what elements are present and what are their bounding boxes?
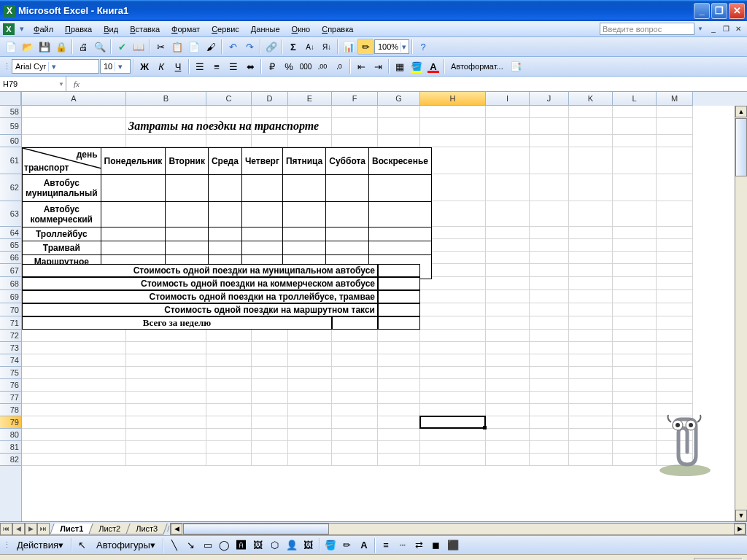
shadow-tool[interactable]: ◼ bbox=[428, 537, 444, 553]
cell[interactable] bbox=[569, 174, 613, 201]
cell[interactable] bbox=[378, 106, 420, 118]
data-cell[interactable] bbox=[282, 241, 325, 255]
paste-button[interactable]: 📄 bbox=[186, 39, 202, 55]
cell[interactable] bbox=[613, 227, 657, 239]
cell[interactable] bbox=[569, 106, 613, 118]
line-color-tool[interactable]: ✏ bbox=[339, 537, 355, 553]
cell[interactable] bbox=[420, 454, 486, 466]
currency-button[interactable]: ₽ bbox=[264, 58, 280, 74]
cell[interactable] bbox=[486, 316, 530, 330]
cell[interactable] bbox=[657, 135, 693, 147]
vertical-scrollbar[interactable]: ▲ ▼ bbox=[735, 106, 747, 521]
cell[interactable] bbox=[420, 392, 486, 404]
cell[interactable] bbox=[657, 118, 693, 135]
cell[interactable] bbox=[613, 252, 657, 264]
cell[interactable] bbox=[486, 147, 530, 174]
wordart-tool[interactable]: 🖼 bbox=[250, 537, 266, 553]
cell[interactable] bbox=[613, 454, 657, 466]
cell[interactable] bbox=[126, 404, 206, 416]
cell[interactable] bbox=[22, 342, 126, 354]
cell[interactable] bbox=[378, 441, 420, 454]
cell[interactable] bbox=[530, 239, 569, 252]
data-cell[interactable] bbox=[166, 228, 209, 241]
cell[interactable] bbox=[22, 416, 126, 429]
cell[interactable] bbox=[486, 174, 530, 201]
cost-value-cell[interactable] bbox=[378, 277, 420, 290]
cell[interactable] bbox=[252, 342, 288, 354]
transport-header[interactable]: Автобус муниципальный bbox=[23, 175, 101, 202]
cell[interactable] bbox=[613, 316, 657, 330]
cell[interactable] bbox=[530, 454, 569, 466]
row-header-78[interactable]: 78 bbox=[0, 404, 21, 416]
cell[interactable] bbox=[657, 303, 693, 316]
cost-label[interactable]: Стоимость одной поездки на муниципальном… bbox=[22, 264, 378, 277]
col-header-D[interactable]: D bbox=[252, 92, 288, 106]
col-header-I[interactable]: I bbox=[486, 92, 530, 106]
cell[interactable] bbox=[420, 441, 486, 454]
cell[interactable] bbox=[332, 106, 378, 118]
col-header-G[interactable]: G bbox=[378, 92, 420, 106]
row-header-64[interactable]: 64 bbox=[0, 227, 21, 239]
col-header-F[interactable]: F bbox=[332, 92, 378, 106]
borders-button[interactable]: ▦ bbox=[392, 58, 408, 74]
cell[interactable] bbox=[530, 147, 569, 174]
cell[interactable] bbox=[569, 277, 613, 290]
cell[interactable] bbox=[126, 392, 206, 404]
cell[interactable] bbox=[569, 429, 613, 441]
cell[interactable] bbox=[420, 342, 486, 354]
line-style-tool[interactable]: ≡ bbox=[378, 537, 394, 553]
col-header-H[interactable]: H bbox=[420, 92, 486, 106]
cell[interactable] bbox=[420, 106, 486, 118]
cell[interactable] bbox=[569, 342, 613, 354]
cell[interactable] bbox=[657, 354, 693, 367]
menu-Справка[interactable]: Справка bbox=[316, 23, 359, 35]
sort-desc-button[interactable]: Я↓ bbox=[319, 39, 335, 55]
row-header-80[interactable]: 80 bbox=[0, 429, 21, 441]
cell[interactable] bbox=[530, 441, 569, 454]
cell[interactable] bbox=[126, 416, 206, 429]
cell[interactable] bbox=[613, 441, 657, 454]
rect-tool[interactable]: ▭ bbox=[200, 537, 216, 553]
data-cell[interactable] bbox=[282, 228, 325, 241]
cell[interactable] bbox=[420, 316, 486, 330]
cell[interactable] bbox=[530, 392, 569, 404]
cell[interactable] bbox=[252, 379, 288, 392]
cell[interactable] bbox=[378, 454, 420, 466]
cell[interactable] bbox=[420, 416, 486, 429]
cell[interactable] bbox=[420, 290, 486, 303]
scroll-right-button[interactable]: ▶ bbox=[734, 524, 746, 534]
horizontal-scrollbar[interactable]: ◀ ▶ bbox=[170, 523, 746, 535]
cell[interactable] bbox=[126, 330, 206, 342]
cell[interactable] bbox=[613, 239, 657, 252]
cell[interactable] bbox=[657, 201, 693, 227]
row-header-61[interactable]: 61 bbox=[0, 147, 21, 174]
cell[interactable] bbox=[613, 429, 657, 441]
cell[interactable] bbox=[288, 135, 332, 147]
day-header[interactable]: Воскресенье bbox=[369, 148, 432, 175]
undo-button[interactable]: ↶ bbox=[225, 39, 241, 55]
cell[interactable] bbox=[530, 404, 569, 416]
font-size-combo[interactable]: 10▾ bbox=[100, 59, 131, 74]
extra-button[interactable]: 📑 bbox=[508, 58, 524, 74]
cell[interactable] bbox=[613, 264, 657, 277]
row-header-76[interactable]: 76 bbox=[0, 379, 21, 392]
cell[interactable] bbox=[569, 147, 613, 174]
cell[interactable] bbox=[569, 264, 613, 277]
cell[interactable] bbox=[486, 342, 530, 354]
cell[interactable] bbox=[486, 454, 530, 466]
zoom-combo[interactable]: 100%▾ bbox=[374, 39, 409, 54]
data-cell[interactable] bbox=[241, 241, 282, 255]
chart-button[interactable]: 📊 bbox=[341, 39, 357, 55]
dec-dec-button[interactable]: ,0 bbox=[331, 58, 347, 74]
cell[interactable] bbox=[22, 454, 126, 466]
ask-question-input[interactable] bbox=[600, 23, 694, 35]
cell[interactable] bbox=[569, 354, 613, 367]
col-header-J[interactable]: J bbox=[530, 92, 569, 106]
row-header-67[interactable]: 67 bbox=[0, 264, 21, 277]
data-cell[interactable] bbox=[208, 175, 241, 202]
cell[interactable] bbox=[613, 367, 657, 379]
cell[interactable] bbox=[206, 106, 252, 118]
tab-last-button[interactable]: ⏭ bbox=[37, 523, 50, 535]
col-header-M[interactable]: M bbox=[657, 92, 693, 106]
cell[interactable] bbox=[288, 416, 332, 429]
